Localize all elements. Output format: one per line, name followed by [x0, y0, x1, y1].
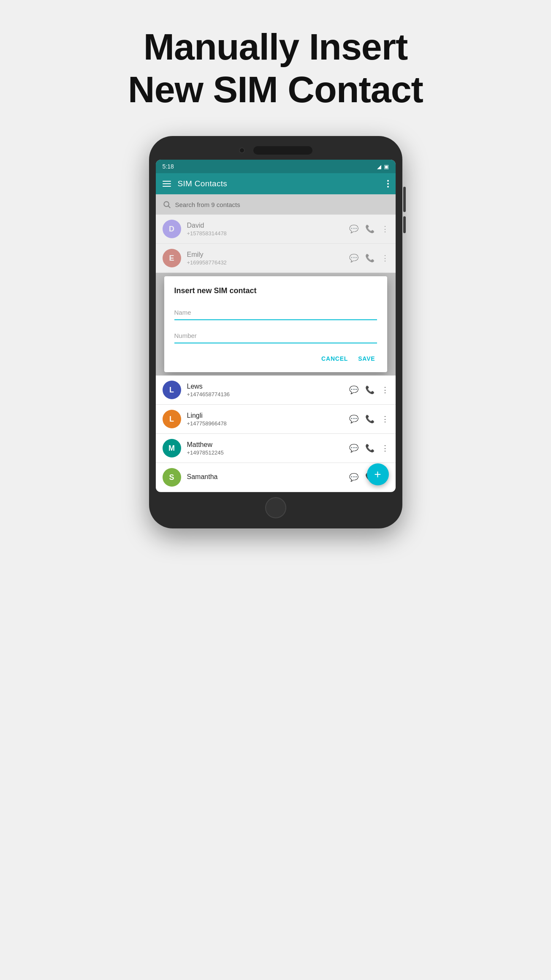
- save-button[interactable]: SAVE: [356, 352, 377, 365]
- contact-item[interactable]: M Matthew +14978512245 💬 📞 ⋮: [156, 434, 396, 463]
- message-icon[interactable]: 💬: [349, 444, 358, 453]
- status-bar: 5:18 ◢ ▣: [156, 160, 396, 173]
- message-icon[interactable]: 💬: [349, 253, 358, 263]
- more-contact-icon[interactable]: ⋮: [381, 385, 389, 395]
- message-icon[interactable]: 💬: [349, 473, 358, 482]
- more-contact-icon[interactable]: ⋮: [381, 224, 389, 234]
- contact-item[interactable]: S Samantha 💬 📞 ⋮: [156, 463, 396, 492]
- avatar-emily: E: [163, 249, 181, 267]
- contact-item[interactable]: E Emily +169958776432 💬 📞 ⋮: [156, 244, 396, 272]
- status-time: 5:18: [163, 163, 174, 170]
- contact-phone: +1474658774136: [187, 391, 343, 397]
- name-input-group: [174, 305, 377, 320]
- message-icon[interactable]: 💬: [349, 385, 358, 395]
- avatar-matthew: M: [163, 439, 181, 457]
- contact-name: David: [187, 222, 343, 229]
- home-button[interactable]: [265, 497, 286, 518]
- plus-icon: +: [374, 468, 381, 481]
- number-input-group: [174, 329, 377, 343]
- contact-name: Matthew: [187, 441, 343, 449]
- hamburger-icon[interactable]: [163, 181, 171, 187]
- toolbar-title: SIM Contacts: [178, 179, 380, 188]
- dialog-overlay: Insert new SIM contact CANCEL SAVE: [156, 273, 396, 376]
- front-camera: [239, 147, 245, 153]
- cancel-button[interactable]: CANCEL: [320, 352, 350, 365]
- contact-item[interactable]: L Lews +1474658774136 💬 📞 ⋮: [156, 376, 396, 404]
- contact-item[interactable]: L Lingli +147758966478 💬 📞 ⋮: [156, 405, 396, 433]
- contact-name: Lews: [187, 383, 343, 390]
- avatar-lews: L: [163, 381, 181, 399]
- avatar-samantha: S: [163, 468, 181, 487]
- search-bar[interactable]: Search from 9 contacts: [156, 194, 396, 215]
- contact-name: Samantha: [187, 473, 343, 481]
- contact-phone: +169958776432: [187, 259, 343, 266]
- call-icon[interactable]: 📞: [365, 224, 375, 234]
- call-icon[interactable]: 📞: [365, 385, 375, 395]
- call-icon[interactable]: 📞: [365, 253, 375, 263]
- dialog-title: Insert new SIM contact: [174, 286, 377, 295]
- contact-phone: +147758966478: [187, 420, 343, 427]
- phone-frame: 5:18 ◢ ▣ SIM Contacts Search from 9 cont…: [149, 136, 402, 528]
- phone-top: [156, 146, 396, 155]
- call-icon[interactable]: 📞: [365, 414, 375, 424]
- message-icon[interactable]: 💬: [349, 224, 358, 234]
- fab-add-contact[interactable]: +: [367, 463, 389, 485]
- phone-screen: 5:18 ◢ ▣ SIM Contacts Search from 9 cont…: [156, 160, 396, 492]
- battery-icon: ▣: [384, 163, 389, 170]
- signal-icon: ◢: [377, 163, 381, 170]
- avatar-lingli: L: [163, 410, 181, 428]
- call-icon[interactable]: 📞: [365, 444, 375, 453]
- speaker: [253, 146, 312, 155]
- number-input[interactable]: [174, 329, 377, 343]
- power-button: [403, 216, 406, 233]
- contact-phone: +14978512245: [187, 449, 343, 456]
- status-icons: ◢ ▣: [377, 163, 389, 170]
- more-icon[interactable]: [387, 180, 389, 188]
- phone-bottom: [156, 497, 396, 518]
- insert-sim-dialog: Insert new SIM contact CANCEL SAVE: [164, 276, 387, 372]
- contact-item[interactable]: D David +157858314478 💬 📞 ⋮: [156, 215, 396, 243]
- svg-line-1: [168, 206, 170, 208]
- more-contact-icon[interactable]: ⋮: [381, 253, 389, 263]
- contact-phone: +157858314478: [187, 230, 343, 237]
- page-heading: Manually Insert New SIM Contact: [128, 25, 423, 111]
- app-toolbar: SIM Contacts: [156, 173, 396, 194]
- contact-name: Lingli: [187, 412, 343, 419]
- contact-list-top: D David +157858314478 💬 📞 ⋮ E Emily +169…: [156, 215, 396, 272]
- name-input[interactable]: [174, 305, 377, 320]
- message-icon[interactable]: 💬: [349, 414, 358, 424]
- more-contact-icon[interactable]: ⋮: [381, 444, 389, 453]
- search-icon: [163, 200, 171, 209]
- search-placeholder: Search from 9 contacts: [175, 201, 240, 208]
- contact-name: Emily: [187, 251, 343, 259]
- svg-point-0: [164, 202, 169, 207]
- more-contact-icon[interactable]: ⋮: [381, 414, 389, 424]
- contact-list-bottom: L Lews +1474658774136 💬 📞 ⋮ L Lingli +14…: [156, 376, 396, 492]
- avatar-david: D: [163, 220, 181, 238]
- dialog-actions: CANCEL SAVE: [174, 352, 377, 365]
- volume-button: [403, 187, 406, 212]
